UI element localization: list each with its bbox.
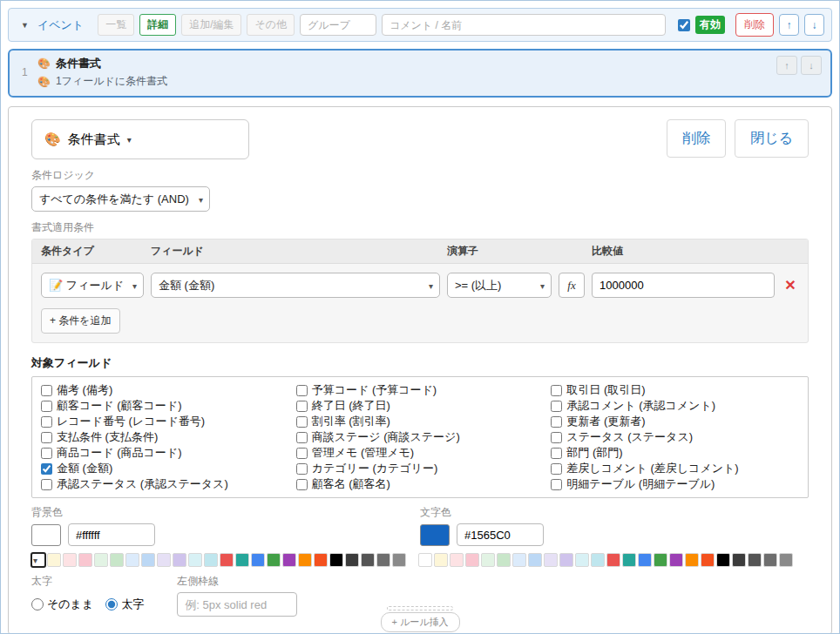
add-condition-button[interactable]: + 条件を追加	[41, 308, 120, 334]
target-field-checkbox[interactable]: 取引日 (取引日)	[551, 382, 799, 398]
bg-color-input[interactable]	[68, 523, 155, 546]
palette-swatch[interactable]	[188, 553, 202, 567]
target-field-checkbox[interactable]: 金額 (金額)	[41, 461, 289, 476]
remove-condition-icon[interactable]: ✕	[782, 277, 799, 293]
target-field-checkbox[interactable]: 顧客コード (顧客コード)	[41, 398, 289, 414]
target-field-checkbox[interactable]: カテゴリー (カテゴリー)	[296, 461, 545, 476]
palette-swatch[interactable]	[94, 553, 108, 567]
tab-list[interactable]: 一覧	[98, 14, 134, 36]
palette-swatch[interactable]	[779, 553, 793, 567]
target-field-checkbox[interactable]: 備考 (備考)	[41, 382, 289, 398]
target-field-checkbox[interactable]: 割引率 (割引率)	[296, 414, 545, 429]
target-field-checkbox[interactable]: 予算コード (予算コード)	[296, 382, 545, 398]
palette-swatch[interactable]	[157, 553, 171, 567]
group-input[interactable]	[300, 14, 376, 36]
palette-swatch[interactable]	[654, 553, 667, 567]
tab-add-edit[interactable]: 追加/編集	[181, 14, 241, 36]
target-field-checkbox[interactable]: 終了日 (終了日)	[296, 398, 545, 414]
palette-swatch[interactable]	[544, 553, 558, 567]
target-field-checkbox[interactable]: 差戻しコメント (差戻しコメント)	[551, 461, 799, 476]
palette-swatch[interactable]	[528, 553, 542, 567]
palette-swatch[interactable]	[235, 553, 249, 567]
insert-rule-button[interactable]: + ルール挿入	[381, 612, 460, 632]
palette-swatch[interactable]	[31, 553, 45, 567]
palette-swatch[interactable]	[481, 553, 495, 567]
palette-swatch[interactable]	[329, 553, 343, 567]
editor-close-button[interactable]: 閉じる	[735, 119, 809, 158]
palette-swatch[interactable]	[763, 553, 777, 567]
target-field-checkbox[interactable]: 更新者 (更新者)	[551, 414, 799, 429]
text-color-input[interactable]	[457, 523, 544, 546]
palette-swatch[interactable]	[575, 553, 589, 567]
bg-color-swatch[interactable]	[31, 524, 61, 546]
palette-swatch[interactable]	[418, 553, 432, 567]
palette-swatch[interactable]	[450, 553, 464, 567]
palette-swatch[interactable]	[361, 553, 375, 567]
palette-swatch[interactable]	[701, 553, 715, 567]
palette-swatch[interactable]	[497, 553, 511, 567]
palette-swatch[interactable]	[716, 553, 730, 567]
target-field-checkbox[interactable]: 商談ステージ (商談ステージ)	[296, 429, 545, 445]
palette-swatch[interactable]	[512, 553, 526, 567]
target-field-checkbox[interactable]: 管理メモ (管理メモ)	[296, 445, 545, 461]
text-color-swatch[interactable]	[420, 524, 450, 546]
target-field-checkbox[interactable]: レコード番号 (レコード番号)	[41, 414, 289, 429]
condition-operator-select[interactable]: >= (以上)	[447, 273, 552, 298]
palette-swatch[interactable]	[47, 553, 61, 567]
toolbar-delete-button[interactable]: 削除	[735, 13, 774, 37]
rule-type-dropdown[interactable]: 🎨 条件書式 ▾	[31, 119, 249, 159]
palette-swatch[interactable]	[606, 553, 620, 567]
target-field-checkbox[interactable]: 承認コメント (承認コメント)	[551, 398, 799, 414]
logic-select[interactable]: すべての条件を満たす (AND)	[31, 186, 210, 212]
palette-swatch[interactable]	[732, 553, 746, 567]
palette-swatch[interactable]	[251, 553, 265, 567]
palette-swatch[interactable]	[110, 553, 124, 567]
palette-swatch[interactable]	[685, 553, 699, 567]
palette-swatch[interactable]	[267, 553, 281, 567]
rule-move-down-button[interactable]: ↓	[801, 56, 822, 75]
toolbar-move-up-button[interactable]: ↑	[779, 14, 799, 36]
palette-swatch[interactable]	[559, 553, 573, 567]
target-field-checkbox[interactable]: 支払条件 (支払条件)	[41, 429, 289, 445]
condition-type-select[interactable]: 📝 フィールド値	[41, 273, 144, 298]
target-field-checkbox[interactable]: 承認ステータス (承認ステータス)	[41, 476, 289, 492]
target-field-checkbox[interactable]: 明細テーブル (明細テーブル)	[551, 476, 799, 492]
palette-swatch[interactable]	[282, 553, 296, 567]
comment-input[interactable]	[382, 14, 666, 36]
compare-value-input[interactable]	[592, 273, 775, 298]
palette-swatch[interactable]	[220, 553, 234, 567]
rule-move-up-button[interactable]: ↑	[776, 56, 797, 75]
target-field-checkbox[interactable]: 部門 (部門)	[551, 445, 799, 461]
target-field-checkbox[interactable]: 顧客名 (顧客名)	[296, 476, 545, 492]
palette-swatch[interactable]	[125, 553, 139, 567]
fx-button[interactable]: fx	[559, 273, 585, 298]
enabled-checkbox[interactable]	[678, 19, 690, 31]
palette-swatch[interactable]	[173, 553, 186, 567]
palette-swatch[interactable]	[638, 553, 652, 567]
palette-swatch[interactable]	[376, 553, 390, 567]
event-link[interactable]: イベント	[37, 17, 84, 33]
condition-field-select[interactable]: 金額 (金額)	[151, 273, 440, 298]
palette-swatch[interactable]	[591, 553, 605, 567]
palette-swatch[interactable]	[748, 553, 762, 567]
palette-swatch[interactable]	[63, 553, 77, 567]
editor-delete-button[interactable]: 削除	[667, 119, 726, 158]
palette-swatch[interactable]	[465, 553, 479, 567]
toolbar-move-down-button[interactable]: ↓	[804, 14, 824, 36]
palette-swatch[interactable]	[141, 553, 155, 567]
palette-swatch[interactable]	[314, 553, 328, 567]
palette-swatch[interactable]	[78, 553, 92, 567]
palette-swatch[interactable]	[298, 553, 312, 567]
palette-swatch[interactable]	[434, 553, 448, 567]
target-field-checkbox[interactable]: 商品コード (商品コード)	[41, 445, 289, 461]
collapse-arrow-icon[interactable]: ▼	[21, 21, 29, 30]
target-field-checkbox[interactable]: ステータス (ステータス)	[551, 429, 799, 445]
palette-swatch[interactable]	[392, 553, 406, 567]
rule-summary-card[interactable]: 1 🎨 条件書式 🎨 1フィールドに条件書式 ↑ ↓	[8, 49, 832, 98]
palette-swatch[interactable]	[345, 553, 359, 567]
palette-swatch[interactable]	[669, 553, 683, 567]
palette-swatch[interactable]	[204, 553, 218, 567]
tab-other[interactable]: その他	[247, 14, 295, 36]
tab-detail[interactable]: 詳細	[139, 14, 176, 36]
palette-swatch[interactable]	[622, 553, 636, 567]
